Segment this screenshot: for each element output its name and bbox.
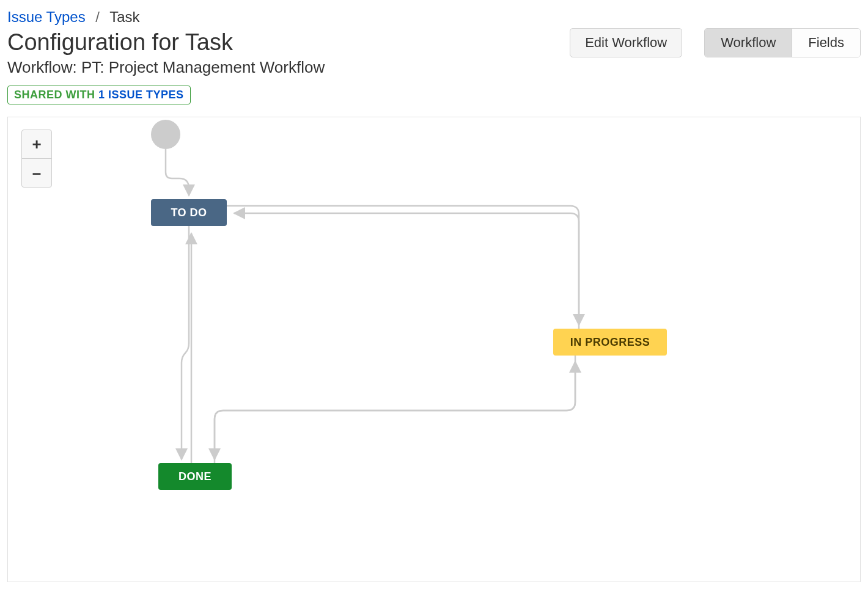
page-title: Configuration for Task <box>7 29 325 56</box>
breadcrumb-separator: / <box>95 9 100 25</box>
shared-with-badge[interactable]: SHARED WITH 1 ISSUE TYPES <box>7 86 191 104</box>
zoom-in-button[interactable]: + <box>22 130 51 158</box>
status-node-todo[interactable]: TO DO <box>151 199 227 226</box>
tab-fields[interactable]: Fields <box>792 29 860 57</box>
breadcrumb: Issue Types / Task <box>7 9 325 26</box>
workflow-start-node[interactable] <box>151 120 180 149</box>
breadcrumb-link-issue-types[interactable]: Issue Types <box>7 9 86 25</box>
tab-workflow[interactable]: Workflow <box>705 29 792 57</box>
workflow-diagram-panel[interactable]: + – <box>7 117 861 582</box>
view-tab-group: Workflow Fields <box>704 28 861 57</box>
zoom-controls: + – <box>21 130 52 188</box>
zoom-out-button[interactable]: – <box>22 158 51 187</box>
workflow-subtitle: Workflow: PT: Project Management Workflo… <box>7 58 325 77</box>
status-node-done[interactable]: DONE <box>158 463 232 490</box>
shared-with-count: 1 ISSUE TYPES <box>98 89 184 101</box>
workflow-name: PT: Project Management Workflow <box>81 58 325 76</box>
breadcrumb-current: Task <box>109 9 139 25</box>
shared-with-prefix: SHARED WITH <box>14 89 98 101</box>
status-node-in-progress[interactable]: IN PROGRESS <box>553 329 667 356</box>
workflow-subtitle-prefix: Workflow: <box>7 58 81 76</box>
edit-workflow-button[interactable]: Edit Workflow <box>570 28 682 57</box>
